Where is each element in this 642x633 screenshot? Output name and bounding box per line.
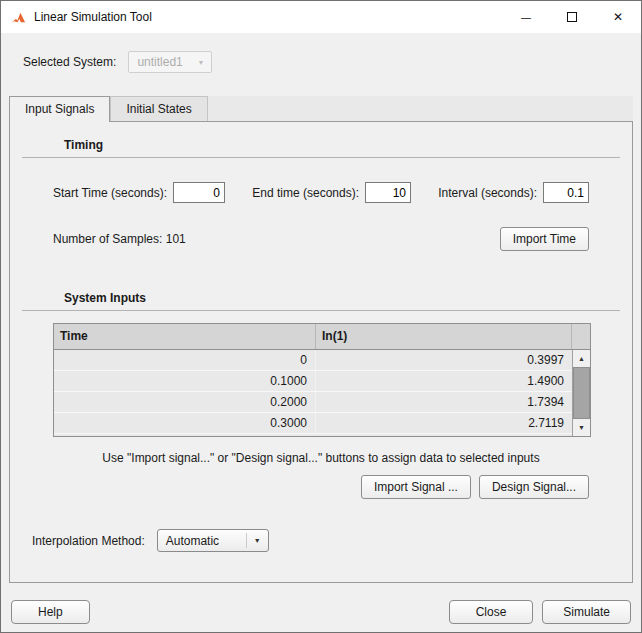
close-icon: ✕: [613, 10, 623, 24]
window-controls: — ✕: [503, 1, 641, 33]
interpolation-method-value: Automatic: [158, 534, 246, 548]
selected-system-dropdown[interactable]: untitled1 ▼: [128, 51, 212, 73]
table-row[interactable]: 0.2000 1.7394: [54, 392, 572, 413]
signal-buttons-row: Import Signal ... Design Signal...: [53, 475, 589, 499]
table-header-row: Time In(1): [54, 324, 590, 350]
cell-in1[interactable]: 2.7119: [316, 413, 572, 433]
samples-row: Number of Samples: 101 Import Time: [53, 227, 589, 251]
maximize-button[interactable]: [549, 1, 595, 33]
dialog-footer: Help Close Simulate: [11, 600, 631, 624]
system-inputs-heading: System Inputs: [64, 291, 146, 305]
design-signal-button[interactable]: Design Signal...: [479, 475, 589, 499]
footer-right-buttons: Close Simulate: [449, 600, 631, 624]
table-row[interactable]: 0.3000 2.7119: [54, 413, 572, 434]
start-time-input[interactable]: [173, 182, 225, 203]
scroll-down-icon: ▼: [578, 424, 585, 431]
table-scrollbar[interactable]: ▲ ▼: [572, 350, 590, 436]
end-time-label: End time (seconds):: [252, 186, 359, 200]
tab-initial-states[interactable]: Initial States: [110, 96, 207, 121]
close-button[interactable]: ✕: [595, 1, 641, 33]
matlab-icon: [11, 10, 26, 25]
end-time-pair: End time (seconds):: [252, 182, 411, 203]
cell-time[interactable]: 0.1000: [54, 371, 316, 391]
table-row[interactable]: 0.1000 1.4900: [54, 371, 572, 392]
interpolation-method-dropdown[interactable]: Automatic ▼: [157, 529, 269, 552]
column-header-time: Time: [54, 324, 316, 349]
number-of-samples-text: Number of Samples: 101: [53, 232, 186, 246]
chevron-down-icon: ▼: [191, 59, 212, 66]
assign-data-hint: Use "Import signal..." or "Design signal…: [10, 451, 632, 465]
help-button[interactable]: Help: [11, 600, 90, 624]
column-header-scrollbar: [572, 324, 590, 349]
interval-label: Interval (seconds):: [438, 186, 537, 200]
import-signal-button[interactable]: Import Signal ...: [361, 475, 471, 499]
tab-input-signals[interactable]: Input Signals: [9, 96, 110, 122]
interpolation-method-label: Interpolation Method:: [32, 534, 145, 548]
timing-inputs-row: Start Time (seconds): End time (seconds)…: [53, 182, 589, 203]
selected-system-row: Selected System: untitled1 ▼: [23, 51, 641, 73]
scroll-up-button[interactable]: ▲: [573, 350, 590, 367]
minimize-icon: —: [521, 12, 531, 23]
table-body: 0 0.3997 0.1000 1.4900 0.2000 1.7394 0.3…: [54, 350, 590, 436]
cell-in1[interactable]: 1.4900: [316, 371, 572, 391]
interval-pair: Interval (seconds):: [438, 182, 589, 203]
interpolation-row: Interpolation Method: Automatic ▼: [32, 529, 589, 552]
cell-in1[interactable]: 0.3997: [316, 350, 572, 370]
tab-label: Input Signals: [25, 102, 94, 116]
start-time-label: Start Time (seconds):: [53, 186, 167, 200]
maximize-icon: [567, 12, 577, 22]
linear-simulation-tool-window: Linear Simulation Tool — ✕ Selected Syst…: [0, 0, 642, 633]
system-inputs-table: Time In(1) 0 0.3997 0.1000 1.4900 0.2000: [53, 323, 591, 437]
simulate-button[interactable]: Simulate: [542, 600, 631, 624]
cell-time[interactable]: 0.3000: [54, 413, 316, 433]
selected-system-value: untitled1: [129, 55, 190, 69]
titlebar: Linear Simulation Tool — ✕: [1, 1, 641, 33]
cell-time[interactable]: 0: [54, 350, 316, 370]
system-inputs-section-header: System Inputs: [22, 291, 620, 311]
close-dialog-button[interactable]: Close: [449, 600, 534, 624]
minimize-button[interactable]: —: [503, 1, 549, 33]
tab-label: Initial States: [126, 102, 191, 116]
chevron-down-icon: ▼: [246, 533, 268, 548]
scroll-down-button[interactable]: ▼: [573, 419, 590, 436]
table-rows: 0 0.3997 0.1000 1.4900 0.2000 1.7394 0.3…: [54, 350, 572, 436]
input-signals-panel: Timing Start Time (seconds): End time (s…: [9, 121, 633, 583]
tab-strip: Input Signals Initial States: [9, 96, 633, 121]
scrollbar-thumb[interactable]: [573, 367, 590, 419]
timing-section-header: Timing: [22, 138, 620, 158]
column-header-in1: In(1): [316, 324, 572, 349]
scroll-up-icon: ▲: [578, 355, 585, 362]
table-row[interactable]: 0 0.3997: [54, 350, 572, 371]
window-title: Linear Simulation Tool: [34, 10, 152, 24]
selected-system-label: Selected System:: [23, 55, 116, 69]
interval-input[interactable]: [543, 182, 589, 203]
end-time-input[interactable]: [365, 182, 411, 203]
start-time-pair: Start Time (seconds):: [53, 182, 225, 203]
cell-time[interactable]: 0.2000: [54, 392, 316, 412]
cell-in1[interactable]: 1.7394: [316, 392, 572, 412]
import-time-button[interactable]: Import Time: [500, 227, 589, 251]
timing-heading: Timing: [64, 138, 103, 152]
